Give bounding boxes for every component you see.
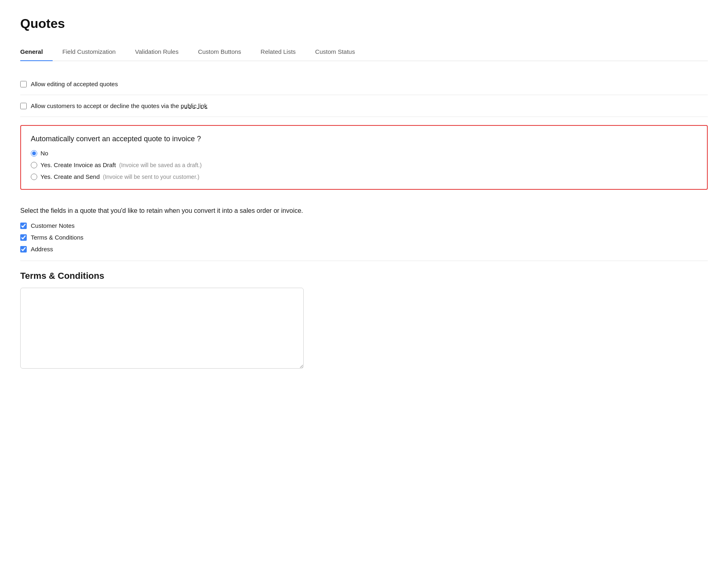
radio-no-label: No <box>40 150 48 157</box>
radio-draft-label: Yes. Create Invoice as Draft <box>40 161 116 168</box>
allow-editing-label: Allow editing of accepted quotes <box>31 81 118 87</box>
allow-editing-section: Allow editing of accepted quotes <box>20 73 708 95</box>
address-row[interactable]: Address <box>20 246 708 252</box>
radio-no[interactable] <box>31 150 37 157</box>
retain-fields-section: Select the fields in a quote that you'd … <box>20 198 708 261</box>
retain-fields-question: Select the fields in a quote that you'd … <box>20 206 708 216</box>
radio-send[interactable] <box>31 174 37 180</box>
tab-general[interactable]: General <box>20 43 53 61</box>
public-link-text: public link <box>181 102 207 109</box>
address-label: Address <box>31 246 53 252</box>
terms-section: Terms & Conditions <box>20 261 708 380</box>
allow-editing-checkbox[interactable] <box>20 81 27 87</box>
tab-validation-rules[interactable]: Validation Rules <box>126 43 188 61</box>
radio-send-label: Yes. Create and Send <box>40 173 100 180</box>
auto-convert-question: Automatically convert an accepted quote … <box>31 135 697 143</box>
radio-draft-hint: (Invoice will be saved as a draft.) <box>119 162 202 168</box>
radio-draft[interactable] <box>31 162 37 168</box>
allow-customers-section: Allow customers to accept or decline the… <box>20 95 708 117</box>
radio-send-hint: (Invoice will be sent to your customer.) <box>103 174 199 180</box>
tab-field-customization[interactable]: Field Customization <box>53 43 126 61</box>
radio-row-no[interactable]: No <box>31 150 697 157</box>
customer-notes-checkbox[interactable] <box>20 223 27 229</box>
tabs-navigation: General Field Customization Validation R… <box>20 43 708 61</box>
tab-custom-buttons[interactable]: Custom Buttons <box>188 43 251 61</box>
customer-notes-row[interactable]: Customer Notes <box>20 222 708 229</box>
radio-row-send[interactable]: Yes. Create and Send (Invoice will be se… <box>31 173 697 180</box>
tab-related-lists[interactable]: Related Lists <box>251 43 306 61</box>
radio-row-draft[interactable]: Yes. Create Invoice as Draft (Invoice wi… <box>31 161 697 168</box>
allow-customers-checkbox[interactable] <box>20 103 27 109</box>
page-title: Quotes <box>20 16 708 31</box>
allow-customers-label: Allow customers to accept or decline the… <box>31 102 207 109</box>
terms-conditions-label: Terms & Conditions <box>31 234 83 241</box>
terms-textarea[interactable] <box>20 288 304 369</box>
terms-conditions-checkbox[interactable] <box>20 234 27 241</box>
tab-custom-status[interactable]: Custom Status <box>305 43 364 61</box>
auto-convert-box: Automatically convert an accepted quote … <box>20 125 708 190</box>
terms-title: Terms & Conditions <box>20 271 708 281</box>
fields-checkboxes-group: Customer Notes Terms & Conditions Addres… <box>20 222 708 252</box>
address-checkbox[interactable] <box>20 246 27 252</box>
allow-customers-row[interactable]: Allow customers to accept or decline the… <box>20 102 708 109</box>
allow-editing-row[interactable]: Allow editing of accepted quotes <box>20 81 708 87</box>
terms-conditions-row[interactable]: Terms & Conditions <box>20 234 708 241</box>
auto-convert-options: No Yes. Create Invoice as Draft (Invoice… <box>31 150 697 180</box>
customer-notes-label: Customer Notes <box>31 222 75 229</box>
